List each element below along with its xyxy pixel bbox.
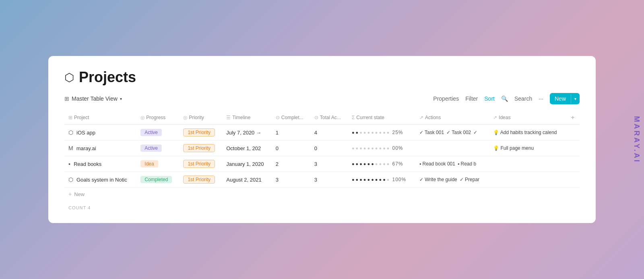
project-cell: Mmaray.ai (64, 141, 136, 156)
table-row[interactable]: Mmaray.aiActive1st PriorityOctober 1, 20… (64, 141, 580, 156)
dot-filled: ● (356, 130, 359, 135)
priority-cell: 1st Priority (179, 125, 222, 141)
project-cell: ⬡iOS app (64, 125, 136, 141)
project-icon: ⬡ (68, 176, 73, 183)
plus-icon: + (68, 191, 72, 197)
view-selector[interactable]: ⊞ Master Table View ▾ (64, 95, 122, 102)
dot-filled: ● (363, 177, 367, 182)
dot-empty: ● (371, 130, 374, 135)
project-name: Read books (74, 161, 101, 167)
dot-filled: ● (383, 177, 386, 182)
priority-cell: 1st Priority (179, 141, 222, 156)
percent-label: 100% (392, 177, 406, 182)
ideas-cell: 💡 Add habits tracking calend (489, 125, 567, 141)
progress-badge: Active (140, 129, 162, 136)
total-ac-cell: 4 (310, 125, 348, 141)
action-item: ✓ Task 002 (446, 130, 471, 135)
dot-empty: ● (379, 161, 382, 166)
table-header-row: ⊞Project ◎Progress ◎Priority ☰Timeline ⊙… (64, 111, 580, 125)
col-project: ⊞Project (64, 111, 136, 125)
col-progress: ◎Progress (136, 111, 179, 125)
new-button-dropdown-icon[interactable]: ▾ (571, 94, 580, 103)
dot-filled: ● (356, 177, 359, 182)
new-button-label: New (550, 93, 571, 104)
watermark: MARAY.AI (632, 116, 641, 163)
new-button[interactable]: New ▾ (550, 93, 580, 104)
col-completed: ⊙Complet... (272, 111, 310, 125)
actions-cell: ✓ Write the guide✓ Prepar (415, 172, 489, 188)
timeline-cell: August 2, 2021 (222, 172, 272, 188)
table-row[interactable]: ⬡iOS appActive1st PriorityJuly 7, 2020 →… (64, 125, 580, 141)
project-cell: ⬡Goals system in Notic (64, 172, 136, 188)
dot-filled: ● (379, 177, 382, 182)
total-ac-cell: 3 (310, 172, 348, 188)
action-item: ✓ Write the guide (419, 177, 457, 182)
project-icon: ⬡ (68, 129, 73, 136)
current-state-cell: ●●●●●●●●●●100% (348, 172, 415, 188)
col-timeline: ☰Timeline (222, 111, 272, 125)
dot-empty: ● (375, 146, 378, 151)
dot-empty: ● (383, 146, 386, 151)
extra-cell (567, 156, 580, 172)
total-ac-cell: 0 (310, 141, 348, 156)
priority-cell: 1st Priority (179, 156, 222, 172)
page-title: Projects (79, 69, 136, 86)
idea-item: 💡 Add habits tracking calend (493, 130, 557, 135)
dot-empty: ● (387, 130, 390, 135)
dot-empty: ● (363, 130, 367, 135)
add-new-row-button[interactable]: + New (64, 188, 580, 200)
dot-filled: ● (367, 161, 371, 166)
priority-badge: 1st Priority (183, 160, 215, 168)
table-row[interactable]: ⬡Goals system in NoticCompleted1st Prior… (64, 172, 580, 188)
ideas-cell (489, 172, 567, 188)
action-item: ✓ Task 001 (419, 130, 444, 135)
ideas-cell (489, 156, 567, 172)
main-card: ⬡ Projects ⊞ Master Table View ▾ Propert… (48, 56, 596, 223)
project-icon: M (68, 145, 73, 151)
col-actions: ↗Actions (415, 111, 489, 125)
dot-filled: ● (352, 161, 355, 166)
progress-badge: Idea (140, 160, 158, 167)
search-button[interactable]: Search (514, 95, 532, 102)
actions-cell (415, 141, 489, 156)
sort-button[interactable]: Sort (484, 95, 495, 102)
actions-cell: ▪ Read book 001▪ Read b (415, 156, 489, 172)
dot-empty: ● (387, 146, 390, 151)
properties-button[interactable]: Properties (433, 95, 459, 102)
progress-cell: Completed (136, 172, 179, 188)
dot-empty: ● (383, 161, 386, 166)
total-ac-cell: 3 (310, 156, 348, 172)
dot-filled: ● (375, 177, 378, 182)
col-add[interactable]: + (567, 111, 580, 125)
timeline-cell: January 1, 2020 (222, 156, 272, 172)
col-current-state: ΣCurrent state (348, 111, 415, 125)
page-title-row: ⬡ Projects (64, 69, 580, 86)
new-row-label: New (74, 191, 85, 197)
table-row[interactable]: ▪Read booksIdea1st PriorityJanuary 1, 20… (64, 156, 580, 172)
projects-table: ⊞Project ◎Progress ◎Priority ☰Timeline ⊙… (64, 111, 580, 188)
chevron-down-icon: ▾ (120, 97, 122, 101)
current-state-cell: ●●●●●●●●●●00% (348, 141, 415, 156)
timeline-cell: October 1, 202 (222, 141, 272, 156)
dot-filled: ● (371, 161, 374, 166)
dot-filled: ● (367, 177, 371, 182)
dot-filled: ● (356, 161, 359, 166)
current-state-cell: ●●●●●●●●●●25% (348, 125, 415, 141)
view-label: Master Table View (72, 95, 118, 102)
dot-filled: ● (359, 161, 363, 166)
more-button[interactable]: ··· (539, 95, 543, 102)
col-ideas: ↗Ideas (489, 111, 567, 125)
extra-cell (567, 141, 580, 156)
dot-empty: ● (352, 146, 355, 151)
count-row: COUNT 4 (64, 200, 580, 210)
actions-cell: ✓ Task 001✓ Task 002✓ (415, 125, 489, 141)
extra-cell (567, 125, 580, 141)
filter-button[interactable]: Filter (465, 95, 478, 102)
completed-cell: 2 (272, 156, 310, 172)
dot-empty: ● (367, 146, 371, 151)
search-icon[interactable]: 🔍 (501, 95, 508, 102)
progress-cell: Active (136, 141, 179, 156)
dot-empty: ● (359, 146, 363, 151)
page-icon: ⬡ (64, 71, 74, 84)
project-name: Goals system in Notic (76, 177, 127, 183)
